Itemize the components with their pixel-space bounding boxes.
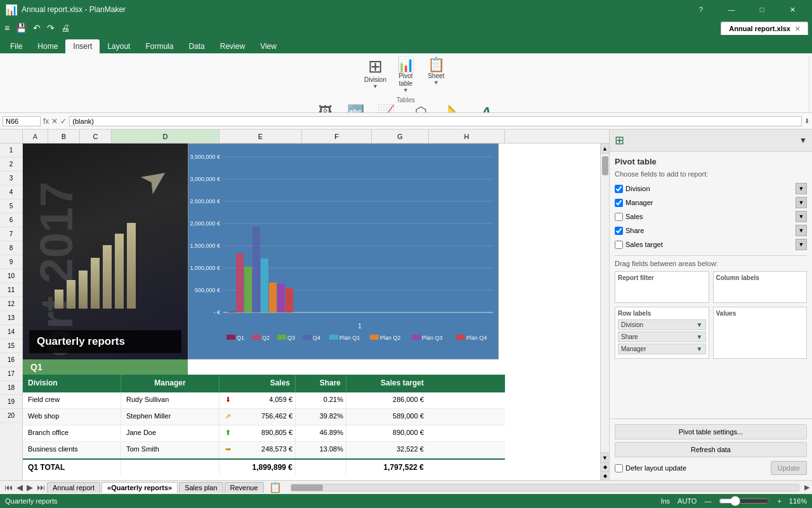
row-7[interactable]: 7 [0,227,22,241]
refresh-data-button[interactable]: Refresh data [615,442,807,457]
field-division-checkbox[interactable] [615,185,623,193]
field-sales-target-checkbox[interactable] [615,241,623,249]
undo-btn[interactable]: ↶ [31,22,43,34]
col-header-c[interactable]: C [80,130,112,143]
menu-icon[interactable]: ≡ [3,22,11,34]
field-sales-checkbox[interactable] [615,213,623,221]
status-zoom-plus[interactable]: + [777,497,781,505]
row-tag-division[interactable]: Division ▼ [618,319,706,330]
tab-formula[interactable]: Formula [138,39,181,53]
minimize-btn[interactable]: — [717,0,746,19]
scroll-down-btn[interactable]: ▼ [601,452,609,462]
status-zoom-minus[interactable]: — [704,497,711,505]
formula-input[interactable] [69,116,802,126]
row-9[interactable]: 9 [0,255,22,269]
row-3[interactable]: 3 [0,171,22,185]
tab-home[interactable]: Home [30,39,65,53]
col-header-g[interactable]: G [372,130,429,143]
pivot-table-button[interactable]: 📊 Pivot table ▼ [392,56,420,95]
h-scroll-thumb[interactable] [291,485,323,491]
row-16[interactable]: 16 [0,353,22,367]
textart-button[interactable]: A TextArt object [472,104,500,113]
row-13[interactable]: 13 [0,311,22,325]
close-btn[interactable]: ✕ [778,0,807,19]
pivot-settings-button[interactable]: Pivot table settings... [615,424,807,439]
scroll-extra-btn1[interactable]: ◆ [601,462,609,471]
zoom-slider[interactable] [719,496,769,506]
cancel-formula-icon[interactable]: ✕ [51,117,58,126]
col-header-h[interactable]: H [429,130,505,143]
col-header-e[interactable]: E [219,130,302,143]
sheet-tab-prev-btn[interactable]: ◀ [15,483,25,492]
pivot-dropdown-arrow[interactable]: ▼ [403,87,409,93]
field-manager-checkbox[interactable] [615,199,623,207]
row-10[interactable]: 10 [0,269,22,283]
add-sheet-btn[interactable]: 📋 [265,481,285,493]
help-btn[interactable]: ? [686,0,716,19]
row-6[interactable]: 6 [0,213,22,227]
h-scroll-right-btn[interactable]: ▶ [804,483,809,491]
sheet-tab-next-btn[interactable]: ▶ [25,483,35,492]
row-17[interactable]: 17 [0,367,22,381]
tab-view[interactable]: View [252,39,284,53]
sheet-dropdown-arrow[interactable]: ▼ [433,79,439,86]
tab-insert[interactable]: Insert [65,39,100,53]
row-5[interactable]: 5 [0,199,22,213]
sheet-tab-revenue[interactable]: Revenue [225,482,264,493]
print-btn[interactable]: 🖨 [59,22,72,34]
tab-review[interactable]: Review [213,39,252,53]
table-button[interactable]: ⊞ Division ▼ [362,56,390,91]
update-button[interactable]: Update [771,461,807,475]
horizontal-scrollbar[interactable] [291,484,799,491]
redo-btn[interactable]: ↷ [45,22,56,34]
row-1[interactable]: 1 [0,144,22,157]
text-frame-button[interactable]: 🔤 Text frame [342,104,370,113]
field-share-checkbox[interactable] [615,227,623,235]
sidebar-expand-icon[interactable]: ▼ [799,136,807,145]
maximize-btn[interactable]: □ [747,0,776,19]
table-dropdown-arrow[interactable]: ▼ [372,83,378,90]
tab-data[interactable]: Data [181,39,212,53]
row-tag-share[interactable]: Share ▼ [618,331,706,342]
doc-tab-annual[interactable]: Annual report.xlsx ✕ [721,22,808,35]
row-12[interactable]: 12 [0,297,22,311]
row-4[interactable]: 4 [0,185,22,199]
field-share-dropdown[interactable]: ▼ [796,225,807,236]
tab-file[interactable]: File [3,39,30,53]
lines-button[interactable]: 📐 Lines ▼ [442,104,469,113]
scroll-thumb[interactable] [602,156,608,175]
row-20[interactable]: 20 [0,409,22,423]
autoshape-button[interactable]: ⬡ AutoShape ▼ [403,104,440,113]
col-header-d[interactable]: D [112,130,219,143]
sheet-button[interactable]: 📋 Sheet ▼ [422,56,450,88]
save-btn[interactable]: 💾 [14,22,29,34]
field-sales-target-dropdown[interactable]: ▼ [796,239,807,250]
col-header-a[interactable]: A [23,130,48,143]
field-sales-dropdown[interactable]: ▼ [796,211,807,222]
vertical-scrollbar[interactable]: ▲ ▼ ◆ ◆ [600,144,609,480]
row-2[interactable]: 2 [0,157,22,171]
cell-reference-input[interactable] [3,116,41,126]
sheet-tab-quarterly[interactable]: «Quarterly reports» [102,482,178,493]
field-division-dropdown[interactable]: ▼ [796,183,807,194]
row-15[interactable]: 15 [0,339,22,353]
row-11[interactable]: 11 [0,283,22,297]
sheet-tab-last-btn[interactable]: ⏭ [35,483,47,492]
col-header-f[interactable]: F [302,130,372,143]
row-19[interactable]: 19 [0,395,22,409]
sheet-tab-first-btn[interactable]: ⏮ [3,483,15,492]
sheet-tab-annual[interactable]: Annual report [47,482,100,493]
confirm-formula-icon[interactable]: ✓ [60,117,67,126]
tab-layout[interactable]: Layout [100,39,138,53]
formula-expand-icon[interactable]: ⬇ [804,117,809,124]
scroll-up-btn[interactable]: ▲ [601,144,609,154]
defer-layout-checkbox[interactable] [615,464,623,472]
row-tag-manager[interactable]: Manager ▼ [618,344,706,354]
row-8[interactable]: 8 [0,241,22,255]
doc-tab-close[interactable]: ✕ [795,25,800,32]
chart-area[interactable]: 3,500,000 € 3,000,000 € 2,500,000 € 2,00… [188,144,499,359]
picture-frame-button[interactable]: 🖼 Picture frame ▼ [311,104,339,113]
row-14[interactable]: 14 [0,325,22,339]
sheet-tab-sales[interactable]: Sales plan [179,482,223,493]
scroll-extra-btn2[interactable]: ◆ [601,471,609,480]
